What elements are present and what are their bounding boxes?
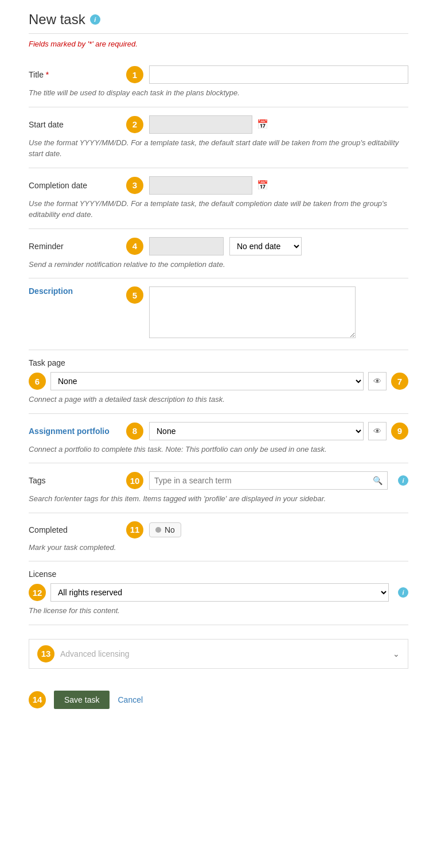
reminder-input-box[interactable]	[149, 237, 224, 255]
start-date-input-wrapper[interactable]: 📅	[149, 115, 252, 134]
portfolio-section: Assignment portfolio 8 None 👁 9 Connect …	[29, 414, 408, 464]
page-header: New task i	[29, 11, 408, 28]
task-page-label: Task page	[29, 358, 408, 367]
completed-label: Completed	[29, 525, 120, 534]
task-page-hint: Connect a page with a detailed task desc…	[29, 394, 408, 405]
advanced-licensing-toggle[interactable]: 13 Advanced licensing ⌄	[29, 639, 408, 669]
tags-section: Tags 10 🔍 i Search for/enter tags for th…	[29, 463, 408, 513]
completed-value: No	[165, 525, 175, 534]
step-badge-7: 7	[391, 373, 408, 390]
action-row: 14 Save task Cancel	[29, 691, 408, 709]
tags-label: Tags	[29, 476, 120, 485]
reminder-hint: Send a reminder notification relative to…	[29, 259, 408, 270]
start-date-hint: Use the format YYYY/MM/DD. For a templat…	[29, 137, 408, 160]
title-required-star: *	[46, 70, 49, 79]
search-icon: 🔍	[373, 476, 383, 485]
title-hint: The title will be used to display each t…	[29, 87, 408, 99]
tags-info-icon[interactable]: i	[398, 475, 408, 486]
task-page-section: Task page 6 None 👁 7 Connect a page with…	[29, 350, 408, 414]
advanced-licensing-section: 13 Advanced licensing ⌄	[29, 625, 408, 683]
completion-date-calendar-icon: 📅	[257, 180, 268, 191]
completed-section: Completed 11 No Mark your task completed…	[29, 513, 408, 562]
step-badge-11: 11	[126, 521, 143, 538]
page-info-icon[interactable]: i	[90, 14, 100, 25]
toggle-dot	[155, 527, 161, 533]
license-hint: The license for this content.	[29, 605, 408, 617]
step-badge-6: 6	[29, 373, 46, 390]
step-badge-3: 3	[126, 177, 143, 194]
license-label: License	[29, 569, 408, 579]
step-badge-4: 4	[126, 238, 143, 255]
title-input[interactable]	[149, 65, 408, 84]
page-title: New task	[29, 11, 85, 28]
step-badge-13: 13	[37, 645, 54, 662]
start-date-section: Start date 2 📅 Use the format YYYY/MM/DD…	[29, 107, 408, 168]
step-badge-9: 9	[391, 423, 408, 440]
tags-search-wrapper[interactable]: 🔍	[149, 471, 388, 490]
required-note: Fields marked by '*' are required.	[29, 40, 408, 48]
start-date-label: Start date	[29, 120, 120, 129]
advanced-licensing-label: Advanced licensing	[60, 649, 130, 658]
start-date-calendar-icon: 📅	[257, 119, 268, 130]
step-badge-8: 8	[126, 423, 143, 440]
license-section: License 12 All rights reserved Creative …	[29, 561, 408, 625]
description-label: Description	[29, 286, 120, 296]
start-date-input[interactable]	[153, 120, 253, 129]
tags-hint: Search for/enter tags for this item. Ite…	[29, 493, 408, 505]
step-badge-5: 5	[126, 286, 143, 304]
title-label: Title *	[29, 70, 120, 79]
description-textarea[interactable]	[149, 286, 356, 338]
completion-date-label: Completion date	[29, 181, 120, 190]
step-badge-12: 12	[29, 584, 46, 601]
step-badge-10: 10	[126, 472, 143, 489]
title-section: Title * 1 The title will be used to disp…	[29, 57, 408, 107]
step-badge-2: 2	[126, 116, 143, 133]
completed-hint: Mark your task completed.	[29, 542, 408, 553]
portfolio-eye-icon: 👁	[373, 427, 381, 436]
description-section: Description 5	[29, 278, 408, 350]
completed-toggle[interactable]: No	[149, 522, 181, 537]
task-page-eye-button[interactable]: 👁	[368, 372, 387, 390]
task-page-dropdown[interactable]: None	[50, 372, 364, 390]
completion-date-section: Completion date 3 📅 Use the format YYYY/…	[29, 168, 408, 229]
eye-icon: 👁	[373, 377, 381, 386]
reminder-label: Reminder	[29, 242, 120, 251]
completion-date-input-wrapper[interactable]: 📅	[149, 176, 252, 195]
cancel-link[interactable]: Cancel	[118, 695, 143, 704]
completion-date-hint: Use the format YYYY/MM/DD. For a templat…	[29, 198, 408, 220]
license-dropdown[interactable]: All rights reserved Creative Commons Pub…	[50, 583, 389, 602]
save-button[interactable]: Save task	[54, 691, 110, 709]
step-badge-1: 1	[126, 66, 143, 83]
tags-search-input[interactable]	[154, 476, 373, 485]
reminder-section: Reminder 4 No end date 1 day before 3 da…	[29, 229, 408, 279]
portfolio-label: Assignment portfolio	[29, 427, 120, 436]
portfolio-dropdown[interactable]: None	[149, 422, 364, 440]
license-info-icon[interactable]: i	[398, 587, 408, 598]
step-badge-14: 14	[29, 691, 46, 708]
portfolio-hint: Connect a portfolio to complete this tas…	[29, 444, 408, 455]
reminder-dropdown[interactable]: No end date 1 day before 3 days before 1…	[229, 237, 302, 255]
portfolio-eye-button[interactable]: 👁	[368, 422, 387, 440]
chevron-down-icon: ⌄	[393, 649, 400, 658]
title-divider	[29, 33, 408, 34]
completion-date-input[interactable]	[153, 181, 253, 190]
